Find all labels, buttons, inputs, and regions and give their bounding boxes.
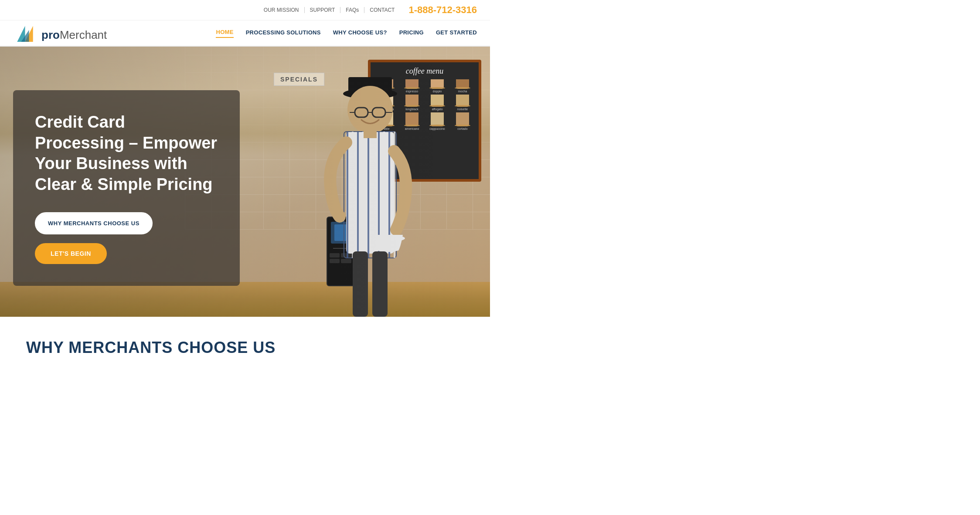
top-links: OUR MISSION SUPPORT FAQs CONTACT [259, 7, 400, 13]
logo-icon [13, 24, 37, 46]
logo-text: proMerchant [41, 28, 107, 42]
phone-number[interactable]: 1-888-712-3316 [408, 4, 477, 16]
logo-area[interactable]: proMerchant [13, 24, 107, 46]
main-nav: HOME PROCESSING SOLUTIONS WHY CHOOSE US?… [216, 29, 477, 41]
why-section: WHY MERCHANTS CHOOSE US [0, 317, 490, 379]
top-link-support[interactable]: SUPPORT [305, 7, 341, 13]
hero-title: Credit Card Processing – Empower Your Bu… [35, 112, 218, 195]
top-link-contact[interactable]: CONTACT [364, 7, 400, 13]
why-merchants-title: WHY MERCHANTS CHOOSE US [26, 339, 464, 357]
nav-get-started[interactable]: GET STARTED [436, 29, 477, 37]
why-merchants-button[interactable]: WHY MERCHANTS CHOOSE US [35, 212, 153, 234]
top-link-our-mission[interactable]: OUR MISSION [259, 7, 305, 13]
hero-section: SPECIALS coffee menu ristretto espresso … [0, 47, 490, 317]
lets-begin-button[interactable]: LET'S BEGIN [35, 243, 107, 264]
nav-processing-solutions[interactable]: PROCESSING SOLUTIONS [246, 29, 321, 37]
nav-home[interactable]: HOME [216, 29, 233, 38]
hero-buttons: WHY MERCHANTS CHOOSE US LET'S BEGIN [35, 212, 218, 264]
nav-pricing[interactable]: PRICING [399, 29, 424, 37]
nav-why-choose-us[interactable]: WHY CHOOSE US? [333, 29, 387, 37]
top-link-faqs[interactable]: FAQs [340, 7, 364, 13]
hero-content: Credit Card Processing – Empower Your Bu… [13, 90, 240, 286]
top-bar: OUR MISSION SUPPORT FAQs CONTACT 1-888-7… [0, 0, 490, 20]
